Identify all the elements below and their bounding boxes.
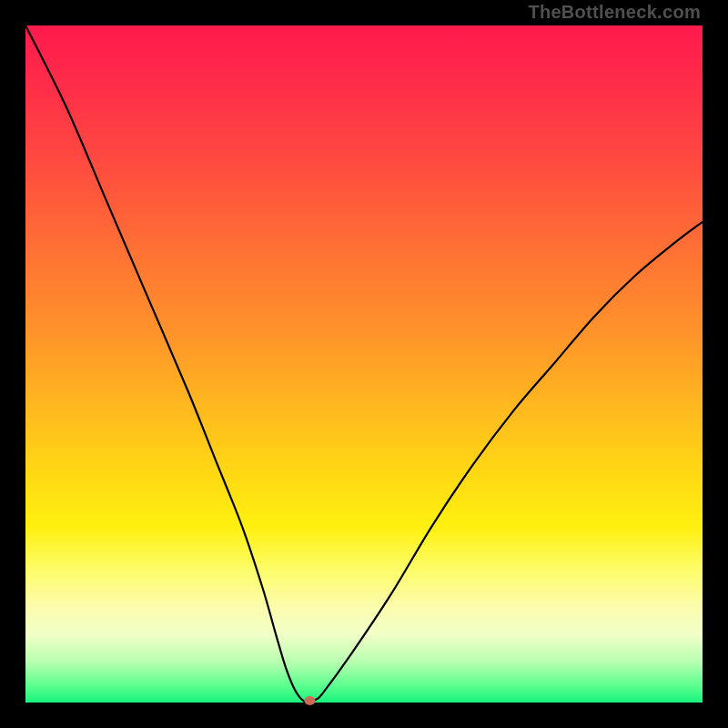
plot-area — [25, 25, 703, 703]
watermark-text: TheBottleneck.com — [528, 2, 701, 23]
optimum-marker — [304, 696, 315, 705]
curve-svg — [25, 25, 703, 703]
bottleneck-curve — [25, 25, 703, 703]
chart-frame: TheBottleneck.com — [0, 0, 728, 728]
